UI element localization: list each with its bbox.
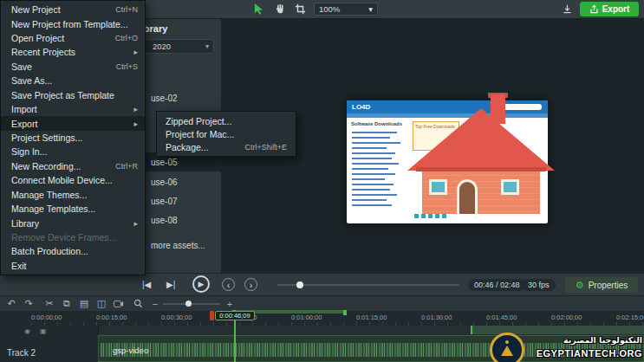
record-camera-button[interactable] (111, 296, 127, 311)
seek-slider-knob[interactable] (296, 281, 303, 288)
track-header: ◉ ▣ Track 2 (0, 325, 99, 362)
link-bar (352, 189, 390, 191)
copy-icon: ⧉ (63, 298, 70, 309)
step-forward-button[interactable]: ▶| (166, 280, 175, 289)
selection-cursor-tool[interactable] (251, 2, 266, 16)
watermark-site-text: EGYPTIANTECH.ORG (537, 348, 642, 359)
menu-item-connect-mobile-device[interactable]: Connect Mobile Device... (1, 173, 145, 187)
track-eye-icon[interactable]: ◉ (24, 327, 30, 335)
minus-icon: − (153, 299, 158, 309)
link-bar (352, 204, 392, 206)
ruler-label: 0:02:15;00 (616, 314, 644, 321)
paste-button[interactable]: ▤ (76, 296, 92, 311)
redo-icon: ↷ (24, 298, 32, 309)
hand-icon (274, 3, 285, 15)
menu-item-recent-projects[interactable]: Recent Projects▸ (1, 45, 145, 59)
ruler-label: 0:01:45;00 (486, 314, 517, 321)
roof-eave (416, 167, 546, 171)
selection-out-handle[interactable] (343, 310, 347, 315)
share-export-icon (589, 4, 599, 14)
menu-item-new-project[interactable]: New ProjectCtrl+N (1, 3, 145, 16)
timeline-zoom-button[interactable] (130, 296, 146, 311)
menu-item-new-project-from-template[interactable]: New Project from Template... (1, 16, 145, 30)
ruler-label: 0:01:15;00 (356, 314, 387, 321)
playhead-in-marker[interactable] (210, 311, 214, 320)
canvas-zoom-select[interactable]: 100% ▾ (314, 3, 378, 16)
split-button[interactable]: ◫ (94, 296, 109, 311)
menu-item-new-recording[interactable]: New Recording...Ctrl+R (1, 159, 145, 173)
playhead-time-flag[interactable]: 0:00:46;09 (215, 311, 255, 320)
plus-icon: + (227, 299, 232, 309)
track-lock-icon[interactable]: ▣ (40, 327, 47, 335)
window-right (501, 179, 519, 195)
submenu-item-zipped-project[interactable]: Zipped Project... (157, 114, 296, 127)
properties-button[interactable]: ⚙ Properties (565, 277, 638, 293)
window-left (429, 179, 447, 195)
crop-tool[interactable] (293, 2, 308, 16)
camera-icon (114, 300, 124, 308)
time-display-badge: 00:46 / 02:48 (468, 279, 526, 291)
submenu-arrow-icon: ▸ (133, 120, 138, 128)
jump-to-start-button[interactable]: |◀ (142, 280, 151, 289)
submenu-item-project-for-mac[interactable]: Project for Mac... (157, 127, 296, 140)
house-illustration-media[interactable] (407, 93, 555, 219)
link-bar (352, 163, 399, 165)
pan-hand-tool[interactable] (272, 2, 287, 16)
copy-button[interactable]: ⧉ (59, 296, 75, 311)
link-bar (352, 178, 385, 180)
link-bar (352, 173, 395, 175)
menu-item-exit[interactable]: Exit (1, 259, 145, 273)
link-bar (352, 158, 392, 159)
track-name-label: Track 2 (7, 348, 36, 358)
scissors-icon: ✂ (45, 298, 53, 309)
export-button-label: Export (602, 4, 630, 14)
fps-badge: 30 fps (522, 279, 556, 291)
door (457, 179, 478, 214)
menu-item-save-as[interactable]: Save As... (1, 74, 145, 87)
step-forward-icon: ▶| (166, 280, 175, 289)
ruler-label: 0:02:00;00 (551, 314, 582, 321)
menu-item-manage-themes[interactable]: Manage Themes... (1, 187, 145, 201)
step-back-icon: |◀ (142, 280, 151, 289)
zoom-out-button[interactable]: − (147, 296, 163, 311)
link-bar (352, 142, 400, 144)
play-icon: ▶ (198, 280, 205, 288)
paste-icon: ▤ (80, 298, 88, 309)
menu-item-import[interactable]: Import▸ (1, 102, 145, 116)
menu-item-export[interactable]: Export▸ (1, 116, 145, 130)
menu-item-batch-production[interactable]: Batch Production... (1, 244, 145, 258)
ruler-label: 0:00:00;00 (31, 314, 62, 321)
menu-item-remove-device-frames: Remove Device Frames... (1, 230, 145, 244)
ruler-label: 0:00:30;00 (161, 314, 192, 321)
menu-item-open-project[interactable]: Open ProjectCtrl+O (1, 31, 145, 45)
menu-item-sign-in[interactable]: Sign In... (1, 145, 145, 158)
file-menu: New ProjectCtrl+N New Project from Templ… (0, 0, 146, 275)
menu-item-manage-templates[interactable]: Manage Templates... (1, 202, 145, 216)
prev-icon: ‹ (227, 280, 231, 290)
link-bar (352, 147, 387, 149)
site-logo: LO4D (352, 103, 370, 111)
submenu-item-package[interactable]: Package...Ctrl+Shift+E (157, 140, 296, 153)
menu-item-project-settings[interactable]: Project Settings... (1, 131, 145, 145)
menu-item-save[interactable]: SaveCtrl+S (1, 60, 145, 74)
detach-canvas-button[interactable] (560, 2, 575, 16)
previous-clip-button[interactable]: ‹ (222, 278, 235, 291)
gear-icon: ⚙ (576, 280, 584, 291)
link-bar (352, 137, 390, 139)
redo-button[interactable]: ↷ (21, 296, 36, 311)
cut-button[interactable]: ✂ (42, 296, 57, 311)
link-bar (352, 152, 395, 154)
menu-item-save-project-as-template[interactable]: Save Project as Template (1, 88, 145, 102)
link-bar (352, 168, 388, 170)
menu-item-library[interactable]: Library▸ (1, 216, 145, 229)
timeline-zoom-slider-knob[interactable] (185, 301, 192, 307)
export-button[interactable]: Export (580, 2, 639, 16)
submenu-arrow-icon: ▸ (133, 219, 138, 228)
seek-slider-track[interactable] (277, 284, 459, 286)
next-clip-button[interactable]: › (244, 278, 257, 291)
play-button[interactable]: ▶ (192, 275, 210, 293)
timeline-zoom-slider-track[interactable] (163, 303, 220, 305)
ruler-label: 0:01:00;00 (291, 314, 322, 321)
zoom-in-button[interactable]: + (222, 296, 237, 311)
undo-button[interactable]: ↶ (3, 296, 19, 311)
